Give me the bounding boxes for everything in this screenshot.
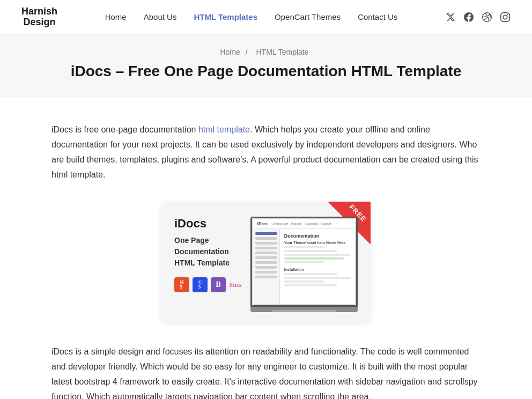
browser-top-nav: iDocs Getting Start Features Changelog S… <box>253 219 355 229</box>
browser-logo: iDocs <box>257 221 268 226</box>
html-template-link[interactable]: html template <box>198 125 250 134</box>
product-name: iDocs <box>174 217 242 231</box>
product-image-container: FREE iDocs One Page Documentation HTML T… <box>51 202 481 323</box>
intro-paragraph: iDocs is free one-page documentation htm… <box>51 122 481 182</box>
sidebar-mock-item <box>255 271 277 274</box>
mock-line-highlight <box>284 257 344 260</box>
left-text-panel: iDocs One Page Documentation HTML Templa… <box>174 217 242 292</box>
product-subtitle: One Page Documentation HTML Template <box>174 235 242 269</box>
description-paragraph-2: iDocs is a simple design and focuses its… <box>51 344 481 399</box>
sidebar-mock-item <box>255 232 277 235</box>
social-icons <box>445 12 511 23</box>
laptop-base <box>250 307 358 312</box>
dribbble-icon[interactable] <box>482 12 492 23</box>
laptop-mockup: iDocs Getting Start Features Changelog S… <box>250 217 358 312</box>
mock-line <box>284 284 337 286</box>
browser-main-content: Documentation Your Theme/asset item Name… <box>280 229 355 304</box>
site-header: Harnish Design Home About Us HTML Templa… <box>0 0 532 35</box>
main-content: iDocs is free one-page documentation htm… <box>19 97 513 399</box>
mock-line <box>284 250 337 252</box>
intro-text-before: iDocs is free one-page documentation <box>51 125 198 134</box>
browser-nav-item: Getting Start <box>272 222 289 225</box>
twitter-icon[interactable] <box>445 12 456 23</box>
mock-line <box>284 261 324 263</box>
browser-mock: iDocs Getting Start Features Changelog S… <box>252 218 356 305</box>
browser-nav-item: Support <box>321 222 331 225</box>
nav-opencart[interactable]: OpenCart Themes <box>275 12 341 21</box>
sidebar-mock-item <box>255 247 277 249</box>
nav-home[interactable]: Home <box>105 12 127 21</box>
main-nav: Home About Us HTML Templates OpenCart Th… <box>105 12 398 21</box>
sidebar-mock-item <box>255 266 277 269</box>
sass-badge: Sass <box>229 280 242 289</box>
breadcrumb-section: Home / HTML Template iDocs – Free One Pa… <box>0 35 532 97</box>
product-card: FREE iDocs One Page Documentation HTML T… <box>161 202 371 323</box>
css3-badge: C3 <box>193 277 208 292</box>
html5-badge: H5 <box>174 277 189 292</box>
facebook-icon[interactable] <box>463 12 474 23</box>
browser-doc-title: Documentation <box>284 233 351 239</box>
mock-line <box>284 277 351 279</box>
instagram-icon[interactable] <box>500 12 511 23</box>
mock-line <box>284 246 324 248</box>
nav-contact[interactable]: Contact Us <box>358 12 397 21</box>
bootstrap-badge: B <box>211 277 226 292</box>
laptop-screen: iDocs Getting Start Features Changelog S… <box>250 217 358 307</box>
page-title: iDocs – Free One Page Documentation HTML… <box>21 62 511 81</box>
sidebar-mock-item <box>255 256 277 259</box>
browser-nav-items: Getting Start Features Changelog Support <box>272 222 331 225</box>
browser-doc-section: Documentation Your Theme/asset item Name… <box>284 233 351 263</box>
breadcrumb: Home / HTML Template <box>21 48 511 56</box>
nav-html-templates[interactable]: HTML Templates <box>194 12 257 21</box>
breadcrumb-home[interactable]: Home <box>220 48 240 56</box>
browser-install-title: Installation <box>284 268 351 271</box>
browser-install-section: Installation <box>284 268 351 286</box>
browser-sidebar <box>253 229 280 304</box>
nav-about[interactable]: About Us <box>144 12 177 21</box>
tech-badges: H5 C3 B Sass <box>174 277 242 292</box>
mock-line <box>284 273 337 275</box>
sidebar-mock-item <box>255 276 277 278</box>
browser-nav-item: Features <box>291 222 301 225</box>
laptop-container: iDocs One Page Documentation HTML Templa… <box>174 217 358 312</box>
sidebar-mock-item <box>255 261 277 264</box>
sidebar-mock-item <box>255 242 277 245</box>
browser-doc-subtitle: Your Theme/asset item Name Here <box>284 241 351 245</box>
mock-line <box>284 254 351 256</box>
browser-inner: Documentation Your Theme/asset item Name… <box>253 229 355 304</box>
browser-nav-item: Changelog <box>305 222 319 225</box>
mock-line <box>284 280 324 283</box>
sidebar-mock-item <box>255 237 277 240</box>
breadcrumb-separator: / <box>246 48 248 56</box>
site-logo[interactable]: Harnish Design <box>21 6 57 28</box>
breadcrumb-current: HTML Template <box>256 48 308 56</box>
sidebar-mock-item <box>255 252 277 254</box>
